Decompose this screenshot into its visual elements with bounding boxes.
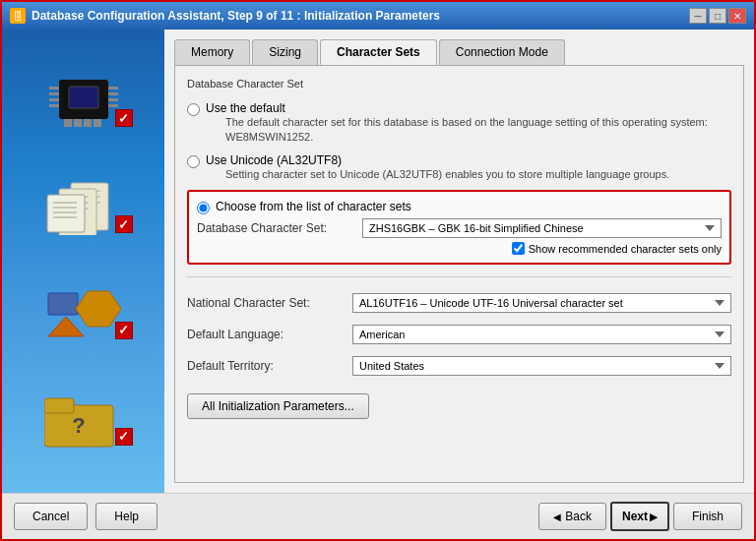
tab-memory[interactable]: Memory xyxy=(174,39,250,65)
radio-unicode[interactable]: Use Unicode (AL32UTF8) Setting character… xyxy=(187,153,731,182)
svg-rect-9 xyxy=(108,104,118,107)
default-territory-select[interactable]: United States xyxy=(352,356,731,376)
sidebar-item-4: ? ✓ xyxy=(30,393,138,448)
minimize-button[interactable]: ─ xyxy=(689,8,707,24)
svg-rect-4 xyxy=(49,98,59,101)
next-label: Next xyxy=(622,510,648,523)
left-buttons: Cancel Help xyxy=(14,503,158,530)
svg-rect-6 xyxy=(108,87,118,90)
close-button[interactable]: ✕ xyxy=(728,8,746,24)
svg-rect-11 xyxy=(74,119,82,127)
radio-choose-input[interactable] xyxy=(197,202,210,214)
right-buttons: ◀ Back Next ▶ Finish xyxy=(538,502,742,531)
content-area: ✓ ✓ xyxy=(2,30,754,493)
back-label: Back xyxy=(565,510,592,523)
finish-button[interactable]: Finish xyxy=(673,503,742,530)
radio-unicode-input[interactable] xyxy=(187,155,200,168)
next-button[interactable]: Next ▶ xyxy=(610,502,669,531)
svg-rect-8 xyxy=(108,98,118,101)
restore-button[interactable]: □ xyxy=(709,8,726,24)
checkbox-3: ✓ xyxy=(115,322,133,339)
svg-rect-3 xyxy=(49,92,59,95)
default-language-label: Default Language: xyxy=(187,328,345,341)
sidebar-item-3: ✓ xyxy=(30,287,138,341)
national-charset-row: National Character Set: AL16UTF16 – Unic… xyxy=(187,293,731,313)
window-controls[interactable]: ─ □ ✕ xyxy=(689,8,746,24)
radio-default-desc: The default character set for this datab… xyxy=(225,115,731,146)
cancel-button[interactable]: Cancel xyxy=(14,503,88,530)
all-params-button[interactable]: All Initialization Parameters... xyxy=(187,393,369,419)
svg-rect-12 xyxy=(84,119,92,127)
title-bar-left: 🗄 Database Configuration Assistant, Step… xyxy=(10,8,440,24)
sidebar: ✓ ✓ xyxy=(2,30,164,493)
svg-rect-7 xyxy=(108,92,118,95)
window-title: Database Configuration Assistant, Step 9… xyxy=(32,9,440,23)
title-bar: 🗄 Database Configuration Assistant, Step… xyxy=(2,2,754,30)
help-button[interactable]: Help xyxy=(95,503,158,530)
radio-choose-label: Choose from the list of character sets xyxy=(216,200,411,213)
national-charset-label: National Character Set: xyxy=(187,296,345,310)
folder-svg: ? xyxy=(44,393,123,448)
main-window: 🗄 Database Configuration Assistant, Step… xyxy=(0,0,756,541)
svg-rect-22 xyxy=(47,195,85,232)
svg-rect-5 xyxy=(49,104,59,107)
default-language-select[interactable]: American xyxy=(352,325,731,344)
shapes-svg xyxy=(44,289,123,338)
all-params-section: All Initialization Parameters... xyxy=(187,393,731,419)
checkbox-1: ✓ xyxy=(115,109,133,127)
show-recommended-label[interactable]: Show recommended character sets only xyxy=(512,242,722,255)
tab-sizing[interactable]: Sizing xyxy=(252,39,318,65)
db-charset-row: Database Character Set: ZHS16GBK – GBK 1… xyxy=(197,218,722,238)
db-charset-label: Database Character Set: xyxy=(197,221,354,235)
radio-unicode-desc: Setting character set to Unicode (AL32UT… xyxy=(225,167,669,182)
choose-list-box: Choose from the list of character sets D… xyxy=(187,190,731,265)
svg-text:?: ? xyxy=(72,413,85,438)
tab-character-sets[interactable]: Character Sets xyxy=(320,39,437,65)
db-charset-select[interactable]: ZHS16GBK – GBK 16-bit Simplified Chinese xyxy=(362,218,722,238)
main-area: Memory Sizing Character Sets Connection … xyxy=(164,30,754,493)
app-icon: 🗄 xyxy=(10,8,26,24)
back-button[interactable]: ◀ Back xyxy=(538,503,606,530)
radio-unicode-label: Use Unicode (AL32UTF8) xyxy=(206,153,342,167)
button-bar: Cancel Help ◀ Back Next ▶ Finish xyxy=(2,493,754,539)
svg-rect-10 xyxy=(64,119,72,127)
show-recommended-checkbox[interactable] xyxy=(512,242,525,255)
checkbox-2: ✓ xyxy=(115,215,133,233)
checkbox-4: ✓ xyxy=(115,428,133,446)
chip-svg xyxy=(44,75,123,129)
svg-rect-13 xyxy=(94,119,101,127)
panel-content: Database Character Set Use the default T… xyxy=(174,65,744,483)
svg-rect-31 xyxy=(44,398,74,413)
svg-marker-28 xyxy=(48,317,84,336)
national-charset-select[interactable]: AL16UTF16 – Unicode UTF-16 Universal cha… xyxy=(352,293,731,313)
radio-default-input[interactable] xyxy=(187,103,200,116)
section-label: Database Character Set xyxy=(187,78,731,90)
default-territory-label: Default Territory: xyxy=(187,359,345,373)
show-recommended-row: Show recommended character sets only xyxy=(197,242,722,255)
next-arrow: ▶ xyxy=(650,511,658,522)
sidebar-item-1: ✓ xyxy=(30,75,138,129)
tab-bar: Memory Sizing Character Sets Connection … xyxy=(174,39,744,65)
default-territory-row: Default Territory: United States xyxy=(187,356,731,376)
docs-svg xyxy=(41,181,125,235)
sidebar-item-2: ✓ xyxy=(30,181,138,235)
radio-default-label: Use the default xyxy=(206,101,285,115)
default-language-row: Default Language: American xyxy=(187,325,731,344)
svg-rect-27 xyxy=(48,293,78,315)
svg-rect-1 xyxy=(69,87,98,108)
svg-rect-2 xyxy=(49,87,59,90)
radio-choose[interactable]: Choose from the list of character sets xyxy=(197,200,722,214)
tab-connection-mode[interactable]: Connection Mode xyxy=(439,39,565,65)
separator xyxy=(187,276,731,277)
back-arrow: ◀ xyxy=(553,511,561,522)
radio-default[interactable]: Use the default The default character se… xyxy=(187,101,731,146)
